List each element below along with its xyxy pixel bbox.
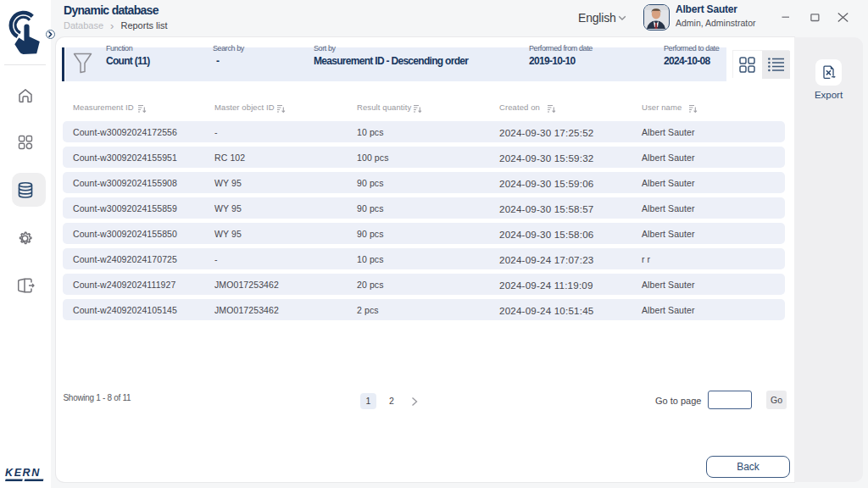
svg-text:KERN: KERN <box>5 467 41 479</box>
